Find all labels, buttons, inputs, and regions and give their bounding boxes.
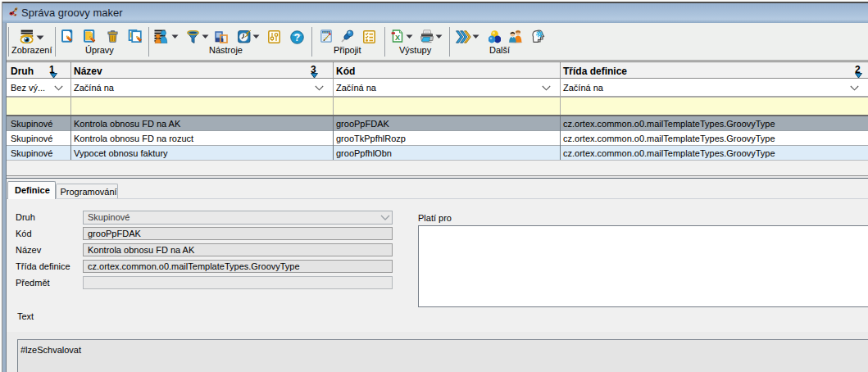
svg-text:?: ? xyxy=(294,32,300,43)
svg-text:X: X xyxy=(395,34,400,42)
